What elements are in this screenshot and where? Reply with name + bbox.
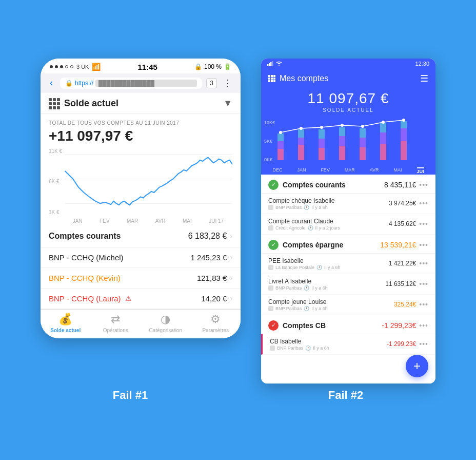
more-dots-icon[interactable]: ••• [419,300,428,309]
grid-dot [273,75,275,77]
nav-item-settings[interactable]: ⚙ Paramètres [191,313,241,333]
android-status-bar: 12:30 [261,59,435,69]
tab-count[interactable]: 3 [206,78,217,88]
account-row[interactable]: Compte jeune Louise BNP Paribas 🕐 Il y a… [261,295,435,315]
account-amount: -1 299,23€ [387,340,416,348]
svg-point-28 [279,131,282,134]
account-right: 325,24€ ••• [394,300,428,309]
grid-dot [271,75,273,77]
grid-icon[interactable] [49,98,60,109]
account-row[interactable]: PEE Isabelle La Banque Postale 🕐 Il y a … [261,254,435,274]
p2-balance-label: SOLDE ACTUEL [261,107,435,113]
fail-labels: Fail #1 Fail #2 [0,389,476,402]
group-amount: -1 299,23€ [382,321,416,330]
nav-item-operations[interactable]: ⇄ Opérations [91,313,141,333]
p2-chart-x-axis: DEC JAN FEV MAR AVR MAI JUI [261,166,435,175]
svg-rect-19 [360,147,366,160]
account-row[interactable]: BNP - CCHQ (Michel) 1 245,23 € › [41,247,241,268]
svg-rect-26 [401,128,407,141]
settings-nav-icon: ⚙ [210,313,221,326]
p2-chart-svg [261,118,435,164]
p2-group-header-epargne[interactable]: ✓ Comptes épargne 13 539,21€ ••• [261,235,435,254]
y-label-bot: 1K € [49,209,62,215]
signal-bars-icon [267,61,274,66]
bank-name: La Banque Postale [275,265,314,270]
account-row[interactable]: Compte courant Claude Crédit Agricole 🕐 … [261,214,435,235]
account-name: Livret A Isabelle [268,278,328,285]
svg-rect-17 [339,136,345,146]
account-amount: 325,24€ [394,301,416,308]
svg-point-31 [341,124,344,127]
grid-dot [49,102,52,105]
signal-dot5 [70,65,73,68]
account-row[interactable]: Compte chèque Isabelle BNP Paribas 🕐 Il … [261,194,435,214]
fab-add-button[interactable]: + [406,355,428,377]
phone1: 3 UK 📶 11:45 🔒 100 % 🔋 ‹ 🔒 https:// ████… [41,59,241,338]
p2-content-wrapper: ✓ Comptes courants 8 435,11€ ••• Compte … [261,175,435,384]
chevron-icon: › [230,232,232,240]
status-time: 11:45 [138,63,157,71]
more-dots-icon[interactable]: ••• [419,321,428,330]
account-right: -1 299,23€ ••• [387,340,428,348]
p2-group-header-courants[interactable]: ✓ Comptes courants 8 435,11€ ••• [261,175,435,194]
more-dots-icon[interactable]: ••• [419,220,428,228]
account-name: PEE Isabelle [268,257,341,264]
more-dots-icon[interactable]: ••• [419,199,428,207]
grid-dot [273,78,275,80]
filter-icon[interactable]: ▼ [223,98,232,109]
account-group-row[interactable]: Comptes courants 6 183,28 € › [41,225,241,247]
wifi-icon: 📶 [92,63,101,71]
grid-dot [268,75,270,77]
more-dots-icon[interactable]: ••• [419,280,428,288]
more-button[interactable]: ⋮ [221,76,234,90]
svg-rect-20 [360,138,366,147]
phones-container: 3 UK 📶 11:45 🔒 100 % 🔋 ‹ 🔒 https:// ████… [41,59,435,384]
signal-dot2 [55,65,58,68]
account-row[interactable]: CB Isabelle BNP Paribas 🕐 Il y a 6h -1 2… [261,334,435,355]
back-button[interactable]: ‹ [47,76,56,89]
balance-section: TOTAL DE TOUS VOS COMPTES AU 21 JUIN 201… [41,114,241,144]
nav-item-balance[interactable]: 💰 Solde actuel [41,313,91,333]
account-amount: 14,20 € [201,294,227,303]
balance-amount: +11 097,97 € [49,128,232,144]
x-label: JAN [297,167,306,174]
nav-item-categorisation[interactable]: ◑ Catégorisation [141,313,191,333]
x-label: MAR [127,218,138,224]
svg-rect-18 [339,127,345,136]
x-label: MAR [345,167,355,174]
url-bar[interactable]: 🔒 https:// ██████████████ [60,78,202,89]
p2-group-header-cb[interactable]: ✓ Comptes CB -1 299,23€ ••• [261,315,435,334]
bank-icon [270,346,275,351]
more-dots-icon[interactable]: ••• [419,259,428,267]
hamburger-menu-icon[interactable]: ☰ [420,73,428,84]
svg-rect-16 [339,146,345,160]
account-row[interactable]: BNP - CCHQ (Kevin) 121,83 € › [41,268,241,289]
account-meta: BNP Paribas 🕐 Il y a 6h [268,285,328,291]
y-label-bot: 0K€ [264,157,275,162]
chevron-icon: › [230,253,232,261]
account-name: Compte chèque Isabelle [268,197,334,204]
account-row[interactable]: Livret A Isabelle BNP Paribas 🕐 Il y a 6… [261,274,435,295]
x-label: DEC [272,167,282,174]
svg-rect-10 [298,145,304,160]
svg-rect-6 [272,61,273,66]
svg-point-34 [402,119,405,122]
y-label-mid: 6K € [49,179,62,184]
more-dots-icon[interactable]: ••• [419,181,428,189]
more-dots-icon[interactable]: ••• [419,340,428,348]
x-label: JUI 17 [209,218,224,224]
svg-rect-11 [298,138,304,145]
account-amount: 11 635,12€ [385,280,416,288]
ios-battery: 🔒 100 % 🔋 [194,63,231,70]
account-left: CB Isabelle BNP Paribas 🕐 Il y a 6h [270,338,329,351]
grid-icon[interactable] [268,75,275,82]
grid-dot [53,106,56,109]
more-dots-icon[interactable]: ••• [419,241,428,249]
chart-x-axis: JAN FEV MAR AVR MAI JUI 17 [49,218,232,224]
account-row[interactable]: BNP - CCHQ (Laura) ⚠ 14,20 € › [41,289,241,309]
grid-dot [49,106,52,109]
y-label-top: 10K€ [264,120,275,125]
phone2: 12:30 Mes comptes ☰ [261,59,435,384]
account-time-label: Il y a 6h [313,346,329,351]
p2-accounts-list: ✓ Comptes courants 8 435,11€ ••• Compte … [261,175,435,384]
